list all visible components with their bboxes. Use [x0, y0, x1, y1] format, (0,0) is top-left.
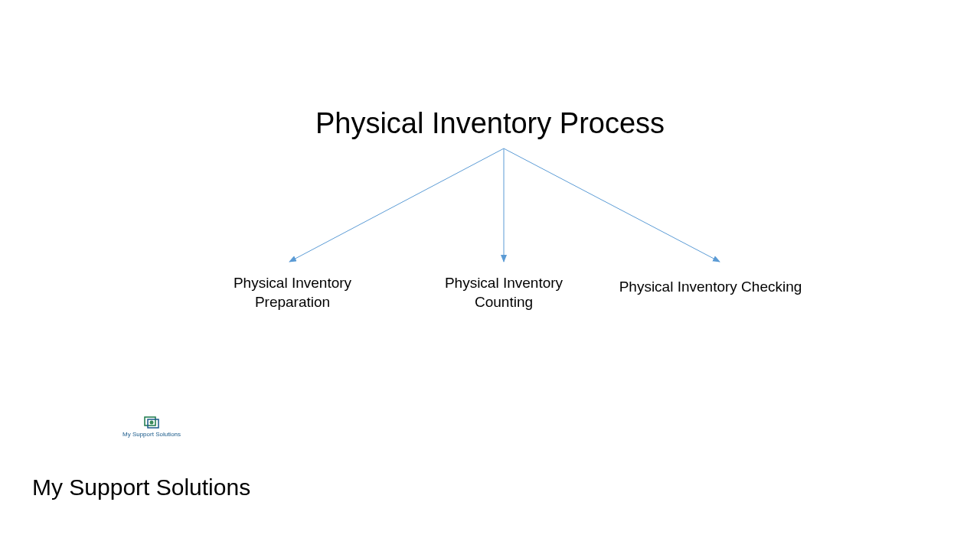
diagram-title: Physical Inventory Process — [315, 107, 665, 140]
footer-text: My Support Solutions — [32, 474, 250, 500]
svg-point-3 — [150, 421, 154, 425]
logo-icon — [142, 416, 161, 429]
node-preparation: Physical Inventory Preparation — [216, 274, 369, 311]
logo: My Support Solutions — [122, 416, 181, 438]
connector-left — [289, 148, 504, 262]
node-counting: Physical Inventory Counting — [427, 274, 580, 311]
node-checking: Physical Inventory Checking — [611, 278, 810, 297]
logo-label: My Support Solutions — [122, 431, 181, 438]
connector-right — [504, 148, 720, 262]
